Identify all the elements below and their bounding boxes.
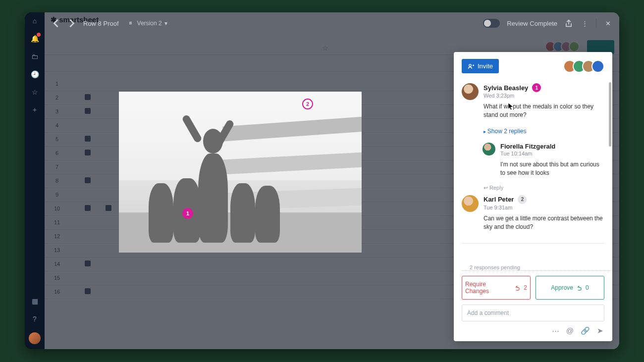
send-icon[interactable]: ➤	[597, 326, 603, 335]
avatar	[462, 195, 479, 212]
comments-list: Sylvia Beasley 1 Wed 3:23pm What if we p…	[454, 80, 612, 262]
more-icon[interactable]: ⋮	[580, 19, 589, 28]
comment-item[interactable]: Sylvia Beasley 1 Wed 3:23pm What if we p…	[462, 80, 604, 125]
avatar	[462, 83, 479, 100]
share-icon[interactable]	[564, 19, 573, 28]
show-replies-link[interactable]: Show 2 replies	[483, 128, 604, 135]
account-avatar[interactable]	[29, 332, 41, 344]
comment-text: Can we get a little more contrast betwee…	[483, 214, 604, 232]
reply-link[interactable]: Reply	[483, 185, 604, 191]
comment-author: Fiorella Fitzgerald	[500, 143, 555, 150]
comment-time: Tue 9:31am	[483, 205, 604, 210]
notifications-icon[interactable]: 🔔	[30, 34, 39, 43]
annotation-pin-2[interactable]: 2	[302, 99, 313, 109]
link-icon[interactable]: 🔗	[581, 326, 590, 335]
more-icon[interactable]: ⋯	[552, 326, 559, 335]
comment-time: Wed 3:23pm	[483, 93, 604, 99]
reviewer-avatars[interactable]	[567, 60, 604, 73]
approve-button[interactable]: Approve 0	[536, 276, 604, 300]
comment-pin-badge: 2	[518, 195, 527, 204]
folder-icon[interactable]: 🗀	[30, 52, 39, 61]
nav-forward-icon[interactable]	[67, 19, 76, 28]
home-icon[interactable]: ⌂	[30, 16, 39, 25]
review-complete-label: Review Complete	[507, 20, 557, 27]
comment-text: I'm not sure about this but am curious t…	[500, 160, 604, 178]
comment-author: Sylvia Beasley	[483, 84, 528, 92]
left-nav-rail: ⌂ 🔔 🗀 🕘 ☆ ＋ ▦ ?	[25, 12, 45, 349]
add-icon[interactable]: ＋	[30, 105, 39, 114]
invite-label: Invite	[478, 62, 493, 70]
approve-label: Approve	[551, 284, 573, 291]
apps-icon[interactable]: ▦	[30, 297, 39, 306]
avatar	[483, 143, 495, 155]
proof-toolbar: Row 8 Proof Version 2 ▾ Review Complete …	[45, 12, 619, 34]
version-selector[interactable]: Version 2 ▾	[129, 20, 167, 27]
require-changes-button[interactable]: Require Changes 2	[462, 276, 531, 300]
mention-icon[interactable]: @	[566, 326, 574, 335]
comments-panel: Invite Sylvia Beasley 1 Wed 3:23pm	[454, 52, 612, 341]
favorites-icon[interactable]: ☆	[30, 88, 39, 97]
avatar[interactable]	[591, 60, 604, 73]
scrollbar[interactable]	[609, 82, 611, 147]
comment-input-tools: ⋯ @ 🔗 ➤	[454, 324, 612, 341]
close-icon[interactable]: ✕	[603, 19, 612, 28]
require-changes-label: Require Changes	[465, 281, 511, 295]
recents-icon[interactable]: 🕘	[30, 70, 39, 79]
version-label: Version 2	[137, 20, 162, 27]
app-window: smartsheet ☆ 1 2 3 4 5 6 7 8 9 10 11 12 …	[25, 12, 619, 349]
annotation-pin-1[interactable]: 1	[182, 208, 193, 219]
help-icon[interactable]: ?	[30, 314, 39, 323]
invite-button[interactable]: Invite	[462, 59, 499, 73]
proof-image[interactable]: 1 2	[119, 92, 362, 253]
add-comment-input[interactable]: Add a comment	[462, 305, 604, 321]
comment-item[interactable]: Karl Peter 2 Tue 9:31am Can we get a lit…	[462, 192, 604, 237]
comment-reply-item[interactable]: Fiorella Fitzgerald Tue 10:14am I'm not …	[483, 140, 604, 183]
approve-count: 0	[586, 284, 589, 291]
comment-author: Karl Peter	[483, 196, 514, 203]
svg-point-0	[469, 64, 471, 66]
review-complete-toggle[interactable]	[483, 19, 500, 28]
comment-text: What if we put the medals in color so th…	[483, 103, 604, 120]
responses-pending: 2 responses pending	[462, 264, 612, 271]
proof-title: Row 8 Proof	[83, 20, 119, 27]
nav-back-icon[interactable]	[52, 19, 60, 28]
comment-pin-badge: 1	[532, 83, 541, 92]
cursor-icon	[508, 103, 514, 110]
comment-time: Tue 10:14am	[500, 151, 604, 156]
chevron-down-icon: ▾	[164, 20, 167, 27]
require-changes-count: 2	[524, 284, 527, 291]
divider	[462, 243, 604, 244]
